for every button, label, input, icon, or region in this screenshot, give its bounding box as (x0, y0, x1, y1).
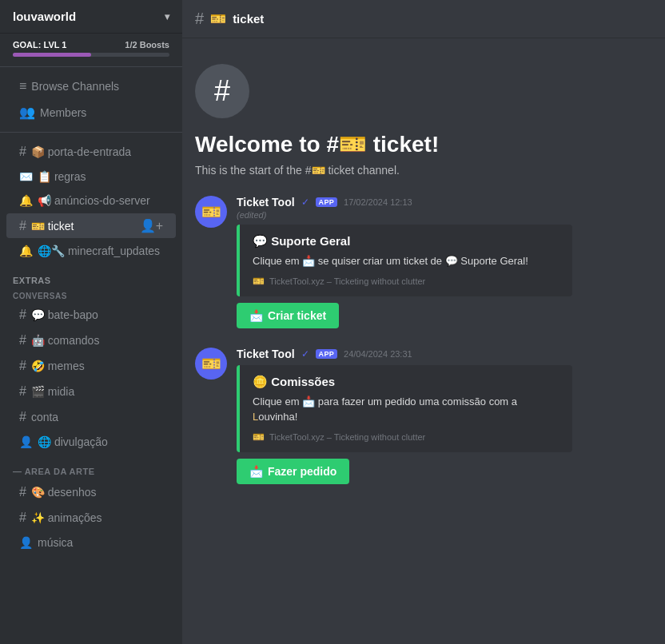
message-timestamp-1: 17/02/2024 12:13 (344, 197, 412, 207)
browse-channels-icon: ≡ (19, 79, 26, 93)
hash-icon: # (19, 485, 26, 499)
message-author-2: Ticket Tool (237, 348, 295, 360)
welcome-title-suffix: ticket! (367, 132, 439, 157)
hash-icon: # (19, 308, 26, 322)
message-content-1: Ticket Tool ✓ APP 17/02/2024 12:13 (edit… (237, 196, 652, 328)
sidebar-item-minecraft[interactable]: 🔔 🌐🔧 minecraft_updates (6, 240, 176, 262)
server-header[interactable]: louvaworld ▾ (0, 0, 182, 34)
user-icon-musica: 👤 (19, 536, 33, 549)
channel-label: ✨ animações (31, 511, 102, 524)
channel-label: 📦 porta-de-entrada (31, 145, 131, 158)
avatar-1: 🎫 (195, 196, 227, 228)
extras-label: EXTRAS (0, 263, 182, 288)
sidebar-item-bate-bapo[interactable]: # 💬 bate-bapo (6, 303, 176, 327)
fazer-pedido-icon: 📩 (249, 465, 263, 478)
sidebar-item-conta[interactable]: # conta (6, 405, 176, 429)
embed-footer-1: 🎫 TicketTool.xyz – Ticketing without clu… (253, 276, 559, 287)
message-header-1: Ticket Tool ✓ APP 17/02/2024 12:13 (237, 196, 652, 209)
server-name: louvaworld (13, 10, 76, 23)
channel-header: # 🎫 ticket (182, 0, 665, 38)
welcome-title-prefix: Welcome to # (195, 132, 339, 157)
server-chevron: ▾ (165, 11, 169, 22)
channel-label: 🎫 ticket (31, 220, 74, 233)
channel-label: 🎨 desenhos (31, 486, 97, 499)
channel-label: 🤣 memes (31, 360, 85, 372)
embed-body-1: Clique em 📩 se quiser criar um ticket de… (253, 253, 559, 269)
main-content: # 🎫 ticket # Welcome to #🎫 ticket! This … (182, 0, 665, 644)
welcome-hash-circle: # (195, 64, 249, 118)
message-timestamp-2: 24/04/2024 23:31 (344, 349, 412, 359)
boost-bar-section: GOAL: LVL 1 1/2 Boosts (0, 34, 182, 60)
message-edited-1: (edited) (237, 210, 652, 220)
checkmark-badge-1: ✓ (301, 197, 309, 208)
criar-ticket-button[interactable]: 📩 Criar ticket (237, 303, 339, 328)
hash-icon: # (19, 384, 26, 399)
boost-bar-fill (13, 53, 91, 57)
sidebar-item-porta-de-entrada[interactable]: # 📦 porta-de-entrada (6, 140, 176, 164)
channel-label: 🤖 comandos (31, 334, 99, 347)
welcome-subtitle-suffix: ticket channel. (325, 164, 400, 177)
members-icon: 👥 (19, 105, 35, 120)
sidebar-item-comandos[interactable]: # 🤖 comandos (6, 328, 176, 352)
sidebar-item-musica[interactable]: 👤 música (6, 531, 176, 554)
app-badge-2: APP (316, 349, 337, 359)
embed-footer-2: 🎫 TicketTool.xyz – Ticketing without clu… (253, 431, 559, 443)
boost-goal-label: GOAL: LVL 1 1/2 Boosts (13, 40, 169, 50)
channel-label: conta (31, 411, 58, 423)
hash-icon: # (19, 359, 26, 373)
hash-icon: # (19, 511, 26, 525)
welcome-hash-symbol: # (214, 74, 230, 108)
fazer-pedido-button[interactable]: 📩 Fazer pedido (237, 459, 349, 484)
divider-channels (0, 132, 182, 133)
sidebar-item-anuncios[interactable]: 🔔 📢 anúncios-do-server (6, 189, 176, 212)
announce-icon-anuncios: 🔔 (19, 194, 33, 207)
channel-label: 💬 bate-bapo (31, 308, 98, 321)
embed-footer-text-2: TicketTool.xyz – Ticketing without clutt… (269, 432, 425, 442)
message-group-1: 🎫 Ticket Tool ✓ APP 17/02/2024 12:13 (ed… (195, 196, 652, 328)
sidebar: louvaworld ▾ GOAL: LVL 1 1/2 Boosts ≡ Br… (0, 0, 182, 644)
channel-label: 🌐🔧 minecraft_updates (38, 244, 160, 257)
sidebar-item-divulgacao[interactable]: 👤 🌐 divulgação (6, 431, 176, 453)
welcome-title-emoji: 🎫 (339, 132, 367, 157)
sidebar-item-animacoes[interactable]: # ✨ animações (6, 506, 176, 530)
boost-bar-bg (13, 53, 169, 57)
sidebar-item-ticket[interactable]: # 🎫 ticket 👤+ (6, 213, 176, 238)
sidebar-item-browse-channels[interactable]: ≡ Browse Channels (6, 74, 176, 98)
sidebar-item-members[interactable]: 👥 Members (6, 100, 176, 125)
sidebar-item-regras[interactable]: ✉️ 📋 regras (6, 165, 176, 188)
channel-hash-icon: # (195, 10, 204, 28)
boost-count: 1/2 Boosts (125, 40, 169, 50)
embed-card-1: 💬 Suporte Geral Clique em 📩 se quiser cr… (237, 225, 572, 296)
louvinha-highlight: L (253, 411, 258, 423)
channel-label: 📋 regras (38, 170, 86, 183)
embed-card-2: 🪙 Comissões Clique em 📩 para fazer um pe… (237, 365, 572, 452)
divider-top (0, 66, 182, 67)
announce-icon-regras: ✉️ (19, 170, 33, 183)
message-group-2: 🎫 Ticket Tool ✓ APP 24/04/2024 23:31 🪙 C… (195, 348, 652, 484)
browse-channels-label: Browse Channels (31, 80, 119, 93)
welcome-subtitle: This is the start of the #🎫 ticket chann… (195, 164, 652, 177)
sidebar-item-desenhos[interactable]: # 🎨 desenhos (6, 480, 176, 504)
channel-label: 🌐 divulgação (38, 435, 108, 448)
embed-body-2: Clique em 📩 para fazer um pedido uma com… (253, 394, 559, 425)
hash-icon-ticket: # (19, 219, 26, 233)
members-label: Members (40, 106, 86, 119)
welcome-section: # Welcome to #🎫 ticket! This is the star… (195, 51, 652, 196)
checkmark-badge-2: ✓ (301, 348, 309, 360)
channel-label: 🎬 midia (31, 385, 74, 398)
welcome-subtitle-prefix: This is the start of the # (195, 164, 312, 177)
criar-ticket-label: Criar ticket (268, 309, 326, 322)
channel-label: música (38, 536, 73, 549)
conversas-label: CONVERSAS (0, 288, 182, 302)
embed-title-2: 🪙 Comissões (253, 375, 559, 389)
add-member-icon[interactable]: 👤+ (140, 218, 163, 233)
welcome-title: Welcome to #🎫 ticket! (195, 131, 652, 157)
message-header-2: Ticket Tool ✓ APP 24/04/2024 23:31 (237, 348, 652, 360)
sidebar-item-memes[interactable]: # 🤣 memes (6, 354, 176, 378)
sidebar-item-midia[interactable]: # 🎬 midia (6, 380, 176, 403)
message-author-1: Ticket Tool (237, 196, 295, 209)
avatar-2: 🎫 (195, 348, 227, 380)
goal-label: GOAL: LVL 1 (13, 40, 66, 50)
arte-label: — AREA DA ARTE (0, 454, 182, 479)
message-content-2: Ticket Tool ✓ APP 24/04/2024 23:31 🪙 Com… (237, 348, 652, 484)
